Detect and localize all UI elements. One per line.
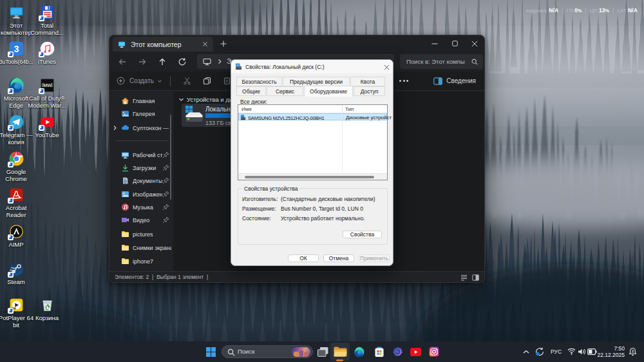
svg-text:3: 3 (14, 44, 19, 54)
svg-text:MW: MW (43, 83, 52, 88)
